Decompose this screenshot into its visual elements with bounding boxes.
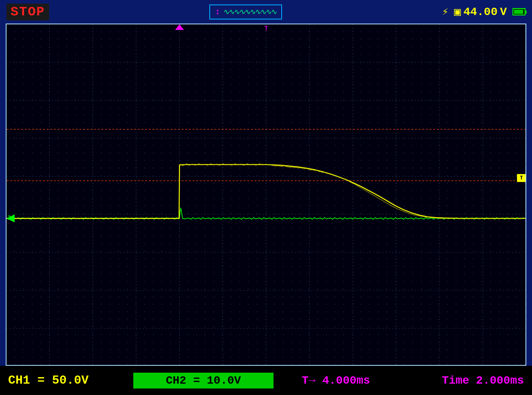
ch2-label: CH2 = 10.0V xyxy=(133,373,273,389)
trigger-wave-box: ↕ ∿∿∿∿∿∿∿∿∿∿ xyxy=(209,4,282,19)
stop-label: STOP xyxy=(7,4,49,20)
svg-text:T: T xyxy=(520,175,523,181)
ch1-label: CH1 = 50.0V xyxy=(8,373,133,387)
scope-screen: T 2 T xyxy=(6,24,526,366)
battery-bar xyxy=(512,8,525,15)
trigger-arrow-icon: ↕ xyxy=(215,7,220,17)
right-controls: ⚡ ▣ 44.00 V xyxy=(442,5,525,19)
voltage-display: 44.00 xyxy=(463,6,497,18)
oscilloscope-display: T 2 T xyxy=(7,24,525,365)
battery-icon: ▣ xyxy=(454,5,461,19)
trigger-time-label: T→ 4.000ms xyxy=(274,374,399,387)
svg-text:2: 2 xyxy=(8,214,11,221)
svg-text:T: T xyxy=(264,25,268,32)
trigger-wave-area: ↕ ∿∿∿∿∿∿∿∿∿∿ xyxy=(57,4,434,19)
battery-area: ▣ 44.00 V xyxy=(454,5,507,19)
top-bar: STOP ↕ ∿∿∿∿∿∿∿∿∿∿ ⚡ ▣ 44.00 V xyxy=(0,0,532,24)
trigger-icon: ⚡ xyxy=(442,5,449,18)
wave-symbol: ∿∿∿∿∿∿∿∿∿∿ xyxy=(224,7,276,16)
voltage-unit: V xyxy=(500,6,507,18)
svg-rect-4 xyxy=(7,24,525,365)
time-div-label: Time 2.000ms xyxy=(399,374,524,387)
bottom-bar: CH1 = 50.0V CH2 = 10.0V T→ 4.000ms Time … xyxy=(0,366,532,395)
